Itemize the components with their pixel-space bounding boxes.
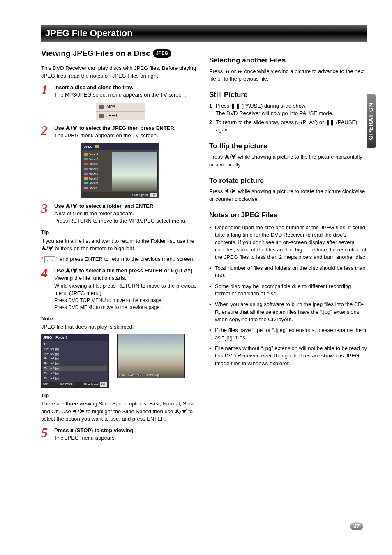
jpeg-badge: JPEG (153, 49, 171, 57)
step3-body2: Press RETURN to move to the MP3/JPEG sel… (54, 217, 199, 225)
selecting-heading: Selecting another Files (209, 55, 367, 65)
selecting-body: Press ⏮ or ⏭ once while viewing a pictur… (209, 68, 367, 83)
thumb-footer-res: 1024X768 (60, 382, 73, 387)
folder-up-icon: ⮏.. (44, 256, 55, 263)
step5-title: Press ■ (STOP) to stop viewing. (54, 427, 199, 434)
preview-count: 5/32 (119, 373, 125, 377)
still-heading: Still Picture (209, 90, 367, 100)
step2-title: Use ⮝/⮟ to select the JPEG then press EN… (54, 124, 199, 132)
picture-menu-row: JPEG Folder1 ⮍.. Picture1.jpg Picture2.j… (41, 334, 199, 388)
side-tab-label: OPERATION (367, 102, 375, 140)
page-number-badge: 27 (350, 522, 363, 530)
folder-label: Folder5 (89, 172, 99, 176)
slide-speed-label: Slide Speed (83, 383, 99, 386)
folder-label: Folder3 (89, 162, 99, 166)
step-num-icon: 2 (41, 124, 51, 139)
slide-speed-value: Off (100, 382, 107, 387)
folder-label: Folder8 (89, 186, 99, 190)
list-item-selected: Picture5.jpg (43, 366, 107, 371)
flip-heading: To flip the picture (209, 141, 367, 151)
tip-heading: Tip (41, 392, 199, 399)
preview-res: 1024X768 (128, 373, 141, 377)
folder-icon (84, 173, 88, 175)
step-4: 4 Use ⮝/⮟ to select a file then press EN… (41, 267, 199, 311)
tip1-body1: If you are in a file list and want to re… (41, 237, 199, 252)
intro-text: This DVD Receiver can play discs with JP… (41, 64, 199, 79)
left-column: Viewing JPEG Files on a Disc JPEG This D… (41, 48, 199, 444)
note-item: File names without “.jpg” extension will… (209, 345, 367, 367)
jpeg-menu-title: JPEG (84, 145, 93, 149)
page-number: 27 (350, 522, 363, 530)
note-item: Some disc may be incompatible due to dif… (209, 283, 367, 297)
step1-body: The MP3/JPEG select menu appears on the … (54, 91, 199, 99)
still-li2: 2 To return to the slide show, press ▷ (… (209, 119, 367, 134)
menu-row-mp3: MP3 (96, 103, 145, 112)
preview-area (112, 152, 158, 191)
music-note-icon (99, 105, 104, 109)
thumb-footer-count: 5/32 (43, 382, 49, 387)
step4-body1: Viewing the file function starts. (54, 274, 199, 282)
list-item: Picture2.jpg (43, 352, 107, 357)
folder-icon (84, 187, 88, 189)
rotate-body: Press ⮜/⮞ while showing a picture to rot… (209, 188, 367, 203)
step4-body4: Press DVD MENU to move to the previous p… (54, 304, 199, 311)
menu-mp3-label: MP3 (107, 104, 115, 110)
step-1: 1 Insert a disc and close the tray. The … (41, 84, 199, 99)
full-image-preview: 5/32 1024X768 Picture5.jpg (117, 334, 185, 378)
picture-icon (99, 114, 104, 118)
step-5: 5 Press ■ (STOP) to stop viewing. The JP… (41, 427, 199, 442)
folder-label: Folder7 (89, 181, 99, 185)
step3-title: Use ⮝/⮟ to select a folder, and ENTER. (54, 203, 199, 210)
step4-title: Use ⮝/⮟ to select a file then press ENTE… (54, 267, 199, 274)
folder-list: Folder1 Folder2 Folder3 Folder4 Folder5 … (82, 150, 111, 192)
step-num-icon: 4 (41, 267, 51, 311)
note-heading: Note (41, 315, 199, 322)
menu-row-jpeg: JPEG (96, 112, 145, 120)
folder-label: Folder1 (89, 152, 99, 157)
note-item: If the files have “.jpe” or “.jpeg” exte… (209, 327, 367, 341)
folder-label: Folder2 (89, 157, 99, 161)
tip2-body: There are three viewing Slide Speed opti… (41, 400, 199, 423)
note-item: Depending upon the size and number of th… (209, 224, 367, 261)
flip-body: Press ⮝/⮟ while showing a picture to fli… (209, 153, 367, 168)
list-item: Picture1.jpg (43, 347, 107, 352)
folder-icon (84, 163, 88, 165)
step-3: 3 Use ⮝/⮟ to select a folder, and ENTER.… (41, 203, 199, 225)
note-item: Total number of files and folders on the… (209, 265, 367, 279)
note1-body: JPEG file that does not play is skipped. (41, 323, 199, 331)
step3-body1: A list of files in the folder appears. (54, 210, 199, 217)
list-item: Picture3.jpg (43, 356, 107, 361)
jpeg-menu-header: JPEG (82, 143, 159, 150)
folder-icon (95, 145, 99, 148)
list-item: ⮍.. (43, 342, 107, 347)
main-heading: JPEG File Operation (41, 25, 367, 42)
page-columns: Viewing JPEG Files on a Disc JPEG This D… (41, 48, 367, 444)
jpeg-file-list-menu: JPEG Folder1 ⮍.. Picture1.jpg Picture2.j… (41, 334, 109, 388)
menu-jpeg-label: JPEG (107, 113, 118, 119)
still-li1: 1 Press ❚❚ (PAUSE) during slide show. Th… (209, 102, 367, 117)
tip1-body2: “ ⮏.. ” and press ENTER to return to the… (41, 256, 199, 263)
pause-icon: ❚❚ (231, 103, 240, 109)
jpeg-folder-menu: JPEG Folder1 Folder2 Folder3 Folder4 Fol… (81, 143, 159, 198)
folder-icon (84, 153, 88, 156)
pause-icon: ❚❚ (325, 119, 334, 125)
step5-body: The JPEG menu appears. (54, 434, 199, 442)
slide-speed-value: Off (150, 193, 157, 197)
section-heading: Viewing JPEG Files on a Disc JPEG (41, 48, 199, 61)
folder-icon (84, 168, 88, 170)
step2-body: The JPEG menu appears on the TV screen. (54, 132, 199, 139)
list-item: Picture7.jpg (43, 376, 107, 381)
list-item: Picture6.jpg (43, 371, 107, 376)
section-heading-text: Viewing JPEG Files on a Disc (41, 48, 150, 59)
step-num-icon: 3 (41, 203, 51, 225)
thumb-list: ⮍.. Picture1.jpg Picture2.jpg Picture3.j… (42, 341, 108, 382)
tip-heading: Tip (41, 229, 199, 236)
step-num-icon: 5 (41, 427, 51, 442)
folder-icon (84, 177, 88, 180)
slide-speed-label: Slide Speed (132, 193, 148, 197)
step4-body2: While viewing a file, press RETURN to mo… (54, 282, 199, 297)
folder-label: Folder6 (89, 177, 99, 181)
list-item: Picture4.jpg (43, 361, 107, 366)
notes-list: Depending upon the size and number of th… (209, 224, 367, 367)
folder-label: Folder4 (89, 167, 99, 171)
